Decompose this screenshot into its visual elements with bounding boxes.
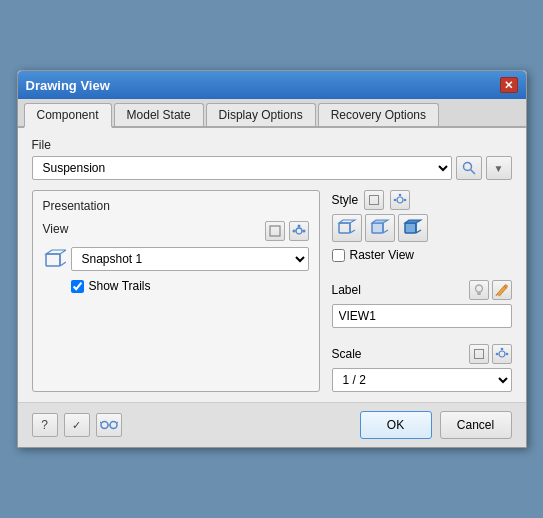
tab-model-state[interactable]: Model State [114, 103, 204, 126]
style-network-btn[interactable] [390, 190, 410, 210]
show-trails-row: Show Trails [43, 279, 309, 293]
show-trails-label: Show Trails [89, 279, 151, 293]
glasses-button[interactable] [96, 413, 122, 437]
view-icon-btn-2[interactable] [289, 221, 309, 241]
svg-marker-24 [372, 220, 388, 223]
style-btn-hidden[interactable] [365, 214, 395, 242]
svg-rect-35 [474, 350, 483, 359]
right-panel: Style [332, 190, 512, 392]
svg-marker-28 [405, 220, 421, 223]
search-icon [462, 161, 476, 175]
glasses-icon [100, 419, 118, 431]
svg-rect-14 [370, 196, 379, 205]
raster-row: Raster View [332, 248, 512, 262]
style-checkbox-btn[interactable] [364, 190, 384, 210]
label-section: Label [332, 280, 512, 336]
file-search-button[interactable] [456, 156, 482, 180]
cancel-button[interactable]: Cancel [440, 411, 512, 439]
svg-point-6 [292, 230, 295, 233]
label-row: Label [332, 280, 512, 300]
drawing-view-dialog: Drawing View ✕ Component Model State Dis… [17, 70, 527, 448]
style-buttons [332, 214, 512, 242]
help-button[interactable]: ? [32, 413, 58, 437]
file-label: File [32, 138, 512, 152]
label-input[interactable]: VIEW1 [332, 304, 512, 328]
svg-line-13 [60, 262, 66, 266]
check-icon: ✓ [72, 419, 81, 432]
svg-point-5 [302, 230, 305, 233]
presentation-title: Presentation [43, 199, 309, 213]
svg-line-1 [470, 170, 475, 175]
scale-label: Scale [332, 347, 362, 361]
svg-point-37 [500, 348, 503, 351]
view-row: View [43, 221, 309, 241]
cancel-label: Cancel [457, 418, 494, 432]
tab-recovery-options[interactable]: Recovery Options [318, 103, 439, 126]
close-button[interactable]: ✕ [500, 77, 518, 93]
svg-point-16 [399, 194, 402, 197]
scale-network-btn[interactable] [492, 344, 512, 364]
svg-point-31 [475, 285, 482, 292]
check-button[interactable]: ✓ [64, 413, 90, 437]
file-extra-button[interactable]: ▼ [486, 156, 512, 180]
ok-label: OK [387, 418, 404, 432]
tab-component[interactable]: Component [24, 103, 112, 128]
label-text: Label [332, 283, 361, 297]
help-icon: ? [41, 418, 48, 432]
tab-content: File Suspension ▼ Presentation View [18, 128, 526, 402]
svg-point-41 [110, 422, 117, 429]
view-label: View [43, 222, 69, 236]
svg-point-4 [297, 225, 300, 228]
label-bulb-btn[interactable] [469, 280, 489, 300]
svg-line-43 [100, 422, 101, 423]
footer: ? ✓ OK Cancel [18, 402, 526, 447]
raster-view-label: Raster View [350, 248, 414, 262]
main-row: Presentation View [32, 190, 512, 392]
svg-point-17 [404, 199, 407, 202]
svg-rect-2 [270, 226, 280, 236]
window-title: Drawing View [26, 78, 110, 93]
svg-marker-20 [339, 220, 355, 223]
style-btn-wireframe[interactable] [332, 214, 362, 242]
style-btn-shaded[interactable] [398, 214, 428, 242]
svg-point-38 [505, 353, 508, 356]
svg-rect-33 [477, 294, 480, 295]
label-pencil-btn[interactable] [492, 280, 512, 300]
scale-dropdown[interactable]: 1 / 2 [332, 368, 512, 392]
svg-line-34 [496, 294, 497, 296]
title-bar: Drawing View ✕ [18, 71, 526, 99]
view-network-icon [292, 224, 306, 238]
view-icon-btn-1[interactable] [265, 221, 285, 241]
label-icons [469, 280, 512, 300]
file-row: Suspension ▼ [32, 156, 512, 180]
footer-left: ? ✓ [32, 413, 122, 437]
style-label: Style [332, 193, 359, 207]
svg-point-0 [463, 163, 471, 171]
snapshot-dropdown[interactable]: Snapshot 1 [71, 247, 309, 271]
svg-point-40 [101, 422, 108, 429]
tabs-row: Component Model State Display Options Re… [18, 99, 526, 128]
svg-point-36 [499, 351, 505, 357]
ok-button[interactable]: OK [360, 411, 432, 439]
svg-rect-10 [46, 254, 60, 266]
presentation-group: Presentation View [32, 190, 320, 392]
svg-point-39 [495, 353, 498, 356]
view-checkbox-icon [269, 225, 281, 237]
style-section: Style [332, 190, 512, 272]
snapshot-3d-icon [43, 247, 67, 271]
svg-rect-23 [372, 223, 383, 233]
show-trails-checkbox[interactable] [71, 280, 84, 293]
scale-checkbox-btn[interactable] [469, 344, 489, 364]
svg-point-15 [397, 197, 403, 203]
scale-row: Scale [332, 344, 512, 364]
snapshot-row: Snapshot 1 [43, 247, 309, 271]
dropdown-arrow-icon: ▼ [494, 163, 504, 174]
raster-view-checkbox[interactable] [332, 249, 345, 262]
svg-rect-27 [405, 223, 416, 233]
file-dropdown[interactable]: Suspension [32, 156, 452, 180]
tab-display-options[interactable]: Display Options [206, 103, 316, 126]
svg-point-18 [394, 199, 397, 202]
footer-right: OK Cancel [360, 411, 512, 439]
svg-rect-32 [477, 293, 481, 295]
svg-rect-19 [339, 223, 350, 233]
